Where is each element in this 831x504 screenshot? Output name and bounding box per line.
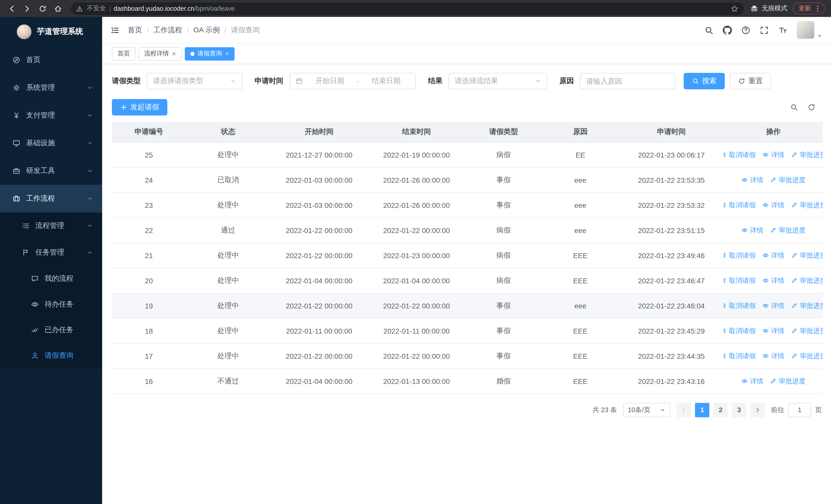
close-icon[interactable]: × <box>225 50 229 57</box>
browser-home-button[interactable] <box>51 2 65 15</box>
detail-link[interactable]: 详情 <box>762 150 784 159</box>
page-button-2[interactable]: 2 <box>713 403 728 417</box>
browser-back-button[interactable] <box>5 2 19 15</box>
font-size-icon[interactable] <box>778 25 787 35</box>
detail-link[interactable]: 详情 <box>762 251 784 260</box>
approval-progress-link[interactable]: 审批进度 <box>791 251 823 260</box>
sidebar-item-task-management[interactable]: 任务管理 <box>0 239 102 266</box>
cell-leave-type: 事假 <box>465 167 542 192</box>
cancel-leave-link[interactable]: 取消请假 <box>724 200 756 210</box>
row-actions: 取消请假 详情 审批进度 <box>724 326 823 335</box>
github-icon[interactable] <box>723 25 732 35</box>
goto-page-input[interactable] <box>789 403 811 417</box>
row-actions: 取消请假 详情 审批进度 <box>724 351 823 360</box>
fullscreen-icon[interactable] <box>760 25 769 35</box>
reason-input[interactable] <box>586 77 669 85</box>
sidebar-item-infrastructure[interactable]: 基础设施 <box>0 129 102 157</box>
tab-home[interactable]: 首页 <box>112 47 136 60</box>
cell-apply-id: 23 <box>112 192 186 217</box>
detail-link[interactable]: 详情 <box>762 326 784 335</box>
sidebar-item-my-processes[interactable]: 我的流程 <box>0 266 102 292</box>
update-button[interactable]: 更新 <box>793 3 825 14</box>
sidebar-item-todo-tasks[interactable]: 待办任务 <box>0 292 102 317</box>
sidebar-item-process-management[interactable]: 流程管理 <box>0 212 102 239</box>
breadcrumb-workflow[interactable]: 工作流程 <box>153 25 182 35</box>
detail-link[interactable]: 详情 <box>762 200 784 210</box>
reason-label: 原因 <box>560 77 574 86</box>
sidebar-item-leave-query[interactable]: 请假查询 <box>0 343 102 368</box>
next-page-button[interactable] <box>750 403 765 417</box>
cancel-leave-link[interactable]: 取消请假 <box>724 301 756 310</box>
sidebar-item-workflow[interactable]: 工作流程 <box>0 185 102 212</box>
approval-progress-link[interactable]: 审批进度 <box>770 175 805 184</box>
sidebar-item-system-management[interactable]: 系统管理 <box>0 74 102 101</box>
prev-page-button[interactable] <box>677 403 691 417</box>
page-button-1[interactable]: 1 <box>695 403 709 417</box>
breadcrumb-separator: / <box>187 26 189 34</box>
incognito-icon <box>750 4 758 13</box>
plus-icon <box>120 104 127 111</box>
approval-progress-link[interactable]: 审批进度 <box>791 150 823 159</box>
browser-reload-button[interactable] <box>36 2 49 15</box>
chevron-down-icon <box>87 223 93 229</box>
delete-icon <box>724 327 727 334</box>
page-size-select[interactable]: 10条/页 <box>623 403 670 417</box>
detail-link[interactable]: 详情 <box>762 301 784 310</box>
app-logo[interactable]: 芋道管理系统 <box>0 17 102 46</box>
apply-time-range-picker[interactable]: 开始日期 - 结束日期 <box>289 73 416 89</box>
row-actions: 取消请假 详情 审批进度 <box>724 200 823 210</box>
browser-menu-icon[interactable] <box>813 4 822 12</box>
cancel-leave-link[interactable]: 取消请假 <box>724 326 756 335</box>
cell-end-time: 2022-01-26 00:00:00 <box>368 167 465 192</box>
refresh-table-icon[interactable] <box>807 103 815 111</box>
row-actions: 详情 审批进度 <box>724 226 823 235</box>
approval-progress-link[interactable]: 审批进度 <box>791 200 823 210</box>
detail-link[interactable]: 详情 <box>741 226 763 235</box>
cell-start-time: 2022-01-04 00:00:00 <box>270 368 368 394</box>
sidebar-item-home[interactable]: 首页 <box>0 46 102 74</box>
chevron-right-icon <box>754 407 761 413</box>
breadcrumb-home[interactable]: 首页 <box>128 25 142 35</box>
help-icon[interactable] <box>741 25 750 35</box>
approval-progress-link[interactable]: 审批进度 <box>791 351 823 360</box>
reset-button[interactable]: 重置 <box>730 73 771 89</box>
browser-forward-button[interactable] <box>21 2 34 15</box>
address-bar[interactable]: 不安全 dashboard.yudao.iocoder.cn/bpm/oa/le… <box>71 2 744 14</box>
result-select[interactable]: 请选择流结果 <box>449 73 547 89</box>
cell-leave-type: 病假 <box>465 268 542 293</box>
approval-progress-link[interactable]: 审批进度 <box>791 326 823 335</box>
breadcrumb-oa-example[interactable]: OA 示例 <box>194 25 220 35</box>
row-actions: 取消请假 详情 审批进度 <box>724 251 823 260</box>
page-button-3[interactable]: 3 <box>732 403 746 417</box>
cancel-leave-link[interactable]: 取消请假 <box>724 150 756 159</box>
cancel-leave-link[interactable]: 取消请假 <box>724 251 756 260</box>
sidebar-item-payment-management[interactable]: 支付管理 <box>0 101 102 129</box>
row-actions: 详情 审批进度 <box>724 175 823 184</box>
approval-progress-link[interactable]: 审批进度 <box>770 226 805 235</box>
detail-link[interactable]: 详情 <box>741 377 763 386</box>
user-menu[interactable] <box>797 21 823 39</box>
search-toggle-icon[interactable] <box>790 103 798 111</box>
approval-progress-link[interactable]: 审批进度 <box>791 276 823 285</box>
approval-progress-link[interactable]: 审批进度 <box>791 301 823 310</box>
search-icon[interactable] <box>704 25 713 35</box>
search-button[interactable]: 搜索 <box>684 73 725 89</box>
detail-link[interactable]: 详情 <box>741 175 763 184</box>
detail-link[interactable]: 详情 <box>762 351 784 360</box>
tab-process-detail[interactable]: 流程详情 × <box>139 47 181 60</box>
leave-type-select[interactable]: 请选择请假类型 <box>147 73 242 89</box>
approval-progress-link[interactable]: 审批进度 <box>770 377 805 386</box>
start-date-placeholder: 开始日期 <box>307 77 353 86</box>
tab-leave-query[interactable]: 请假查询 × <box>184 47 235 60</box>
close-icon[interactable]: × <box>172 50 176 57</box>
create-leave-button[interactable]: 发起请假 <box>112 99 167 116</box>
table-row: 23 处理中 2022-01-03 00:00:00 2022-01-26 00… <box>112 192 823 217</box>
cancel-leave-link[interactable]: 取消请假 <box>724 351 756 360</box>
sidebar-collapse-icon[interactable] <box>110 25 120 35</box>
cancel-leave-link[interactable]: 取消请假 <box>724 276 756 285</box>
bookmark-star-icon[interactable] <box>730 4 739 12</box>
col-leave-type: 请假类型 <box>465 122 542 142</box>
sidebar-item-done-tasks[interactable]: 已办任务 <box>0 317 102 343</box>
sidebar-item-dev-tools[interactable]: 研发工具 <box>0 157 102 185</box>
detail-link[interactable]: 详情 <box>762 276 784 285</box>
